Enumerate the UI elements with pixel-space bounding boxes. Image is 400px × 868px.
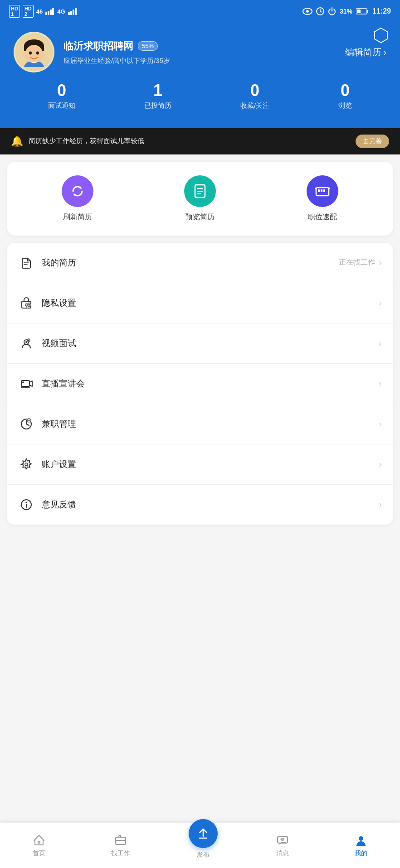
menu-item-account[interactable]: 账户设置 › — [7, 444, 393, 485]
account-settings-chevron: › — [379, 459, 382, 469]
my-resume-status: 正在找工作 — [339, 258, 375, 267]
profile-row: 临沂求职招聘网 55% 应届毕业生经验/高中以下学历/35岁 编辑简历 › — [14, 32, 386, 72]
job-search-icon — [114, 834, 127, 847]
refresh-resume-label: 刷新简历 — [63, 212, 92, 222]
mine-icon — [355, 834, 367, 847]
publish-circle — [189, 819, 218, 848]
battery-level: 31% — [340, 8, 352, 15]
privacy-right: › — [379, 298, 382, 308]
avatar — [14, 32, 54, 72]
svg-rect-6 — [73, 10, 74, 15]
my-resume-chevron: › — [379, 257, 382, 268]
svg-point-23 — [23, 52, 27, 58]
svg-line-54 — [26, 424, 29, 425]
svg-rect-0 — [45, 12, 47, 15]
clock-icon — [316, 7, 324, 15]
stat-applied-resume[interactable]: 1 已投简历 — [144, 82, 171, 110]
nav-job-search[interactable]: 找工作 — [104, 830, 137, 861]
nav-mine-label: 我的 — [355, 849, 367, 858]
power-icon — [328, 7, 336, 15]
preview-resume-icon — [184, 175, 216, 207]
nav-publish[interactable]: 发布 — [189, 819, 218, 859]
notification-banner: 🔔 简历缺少工作经历，获得面试几率较低 去完善 — [0, 128, 400, 154]
part-time-icon — [18, 416, 34, 432]
video-interview-icon — [18, 335, 34, 352]
settings-icon-button[interactable] — [373, 27, 389, 43]
svg-point-67 — [359, 836, 363, 841]
svg-rect-14 — [357, 10, 361, 13]
svg-rect-32 — [323, 189, 325, 192]
notif-text: 简历缺少工作经历，获得面试几率较低 — [29, 137, 144, 145]
menu-item-live[interactable]: 直播宣讲会 › — [7, 364, 393, 404]
notif-complete-button[interactable]: 去完善 — [356, 135, 389, 148]
nav-messages-label: 消息 — [276, 849, 289, 858]
privacy-label: 隐私设置 — [42, 297, 379, 309]
svg-point-24 — [41, 52, 45, 58]
feedback-chevron: › — [379, 499, 382, 510]
svg-rect-33 — [315, 188, 317, 189]
preview-resume-label: 预览简历 — [185, 212, 215, 222]
status-right: 31% 11:29 — [302, 7, 391, 15]
svg-rect-31 — [321, 189, 322, 192]
feedback-right: › — [379, 499, 382, 510]
status-left: HD1 HD2 46 4G — [9, 5, 77, 18]
signal-bars-2 — [68, 8, 77, 15]
action-job-match[interactable]: 职位速配 — [307, 175, 338, 222]
svg-rect-34 — [328, 188, 330, 189]
publish-icon — [196, 826, 210, 841]
eye-icon — [302, 8, 312, 15]
battery-icon — [356, 8, 369, 14]
account-settings-label: 账户设置 — [42, 458, 379, 470]
profile-subtitle: 应届毕业生经验/高中以下学历/35岁 — [63, 57, 336, 65]
svg-point-9 — [306, 10, 309, 13]
svg-line-12 — [320, 11, 322, 12]
menu-item-privacy[interactable]: 隐私设置 › — [7, 283, 393, 323]
part-time-chevron: › — [379, 419, 382, 429]
svg-point-44 — [25, 341, 27, 343]
part-time-right: › — [379, 419, 382, 429]
action-preview-resume[interactable]: 预览简历 — [184, 175, 216, 222]
stat-interview-notice[interactable]: 0 面试通知 — [48, 82, 75, 110]
signal-4g: 4G — [57, 8, 65, 15]
svg-point-20 — [25, 45, 43, 65]
stat-browse[interactable]: 0 浏览 — [338, 82, 352, 110]
home-icon — [33, 834, 45, 847]
privacy-icon — [18, 295, 34, 311]
svg-point-22 — [36, 52, 39, 55]
svg-point-58 — [25, 463, 28, 466]
svg-point-49 — [22, 381, 24, 383]
job-match-label: 职位速配 — [308, 212, 337, 222]
profile-info: 临沂求职招聘网 55% 应届毕业生经验/高中以下学历/35岁 — [63, 39, 336, 65]
svg-rect-3 — [52, 8, 54, 15]
signal-46-1: 46 — [36, 8, 43, 15]
job-match-icon — [307, 175, 338, 207]
refresh-resume-icon — [62, 175, 93, 207]
header-section: 临沂求职招聘网 55% 应届毕业生经验/高中以下学历/35岁 编辑简历 › 0 … — [0, 23, 400, 128]
menu-item-video-interview[interactable]: 视频面试 › — [7, 323, 393, 364]
video-interview-label: 视频面试 — [42, 338, 379, 349]
bottom-nav: 首页 找工作 发布 消息 我的 — [0, 823, 400, 868]
status-bar: HD1 HD2 46 4G 3 — [0, 0, 400, 23]
edit-resume-button[interactable]: 编辑简历 › — [345, 46, 386, 58]
my-resume-label: 我的简历 — [42, 257, 339, 269]
nav-mine[interactable]: 我的 — [347, 830, 375, 861]
menu-item-my-resume[interactable]: 我的简历 正在找工作 › — [7, 243, 393, 283]
live-label: 直播宣讲会 — [42, 378, 379, 390]
live-chevron: › — [379, 378, 382, 389]
svg-rect-5 — [70, 11, 72, 15]
nav-messages[interactable]: 消息 — [269, 830, 296, 861]
action-refresh-resume[interactable]: 刷新简历 — [62, 175, 93, 222]
messages-icon — [276, 834, 289, 847]
nav-publish-label: 发布 — [197, 851, 210, 859]
menu-item-feedback[interactable]: 意见反馈 › — [7, 485, 393, 525]
video-interview-right: › — [379, 338, 382, 348]
menu-item-part-time[interactable]: 兼职管理 › — [7, 404, 393, 444]
svg-rect-30 — [318, 189, 320, 192]
stats-row: 0 面试通知 1 已投简历 0 收藏/关注 0 浏览 — [14, 82, 386, 110]
menu-card: 我的简历 正在找工作 › 隐私设置 › — [7, 243, 393, 525]
quick-actions-section: 刷新简历 预览简历 职位速配 — [7, 162, 393, 236]
nav-home[interactable]: 首页 — [25, 830, 53, 861]
my-resume-icon — [18, 255, 34, 271]
stat-saved[interactable]: 0 收藏/关注 — [240, 82, 269, 110]
my-resume-right: 正在找工作 › — [339, 257, 382, 268]
